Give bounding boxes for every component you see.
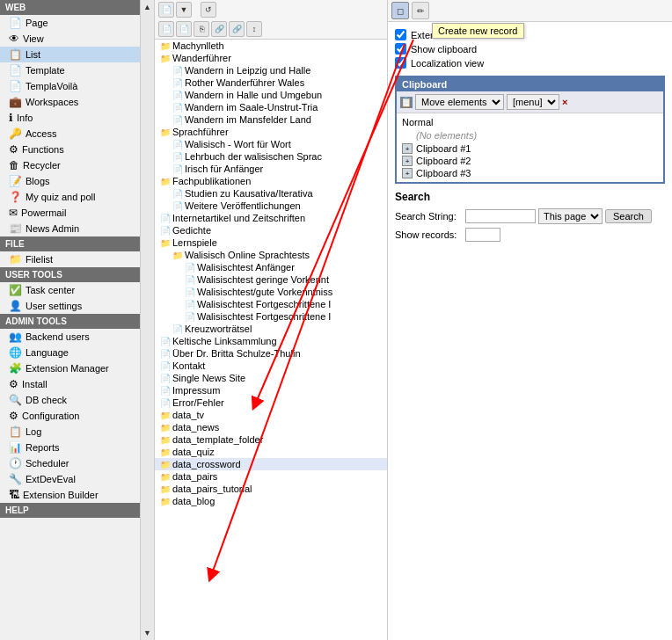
sidebar-item-task-center[interactable]: ✅Task center bbox=[0, 282, 140, 298]
clipboard-move-select[interactable]: Move elements bbox=[415, 94, 504, 110]
sidebar-item-user-settings[interactable]: 👤User settings bbox=[0, 298, 140, 314]
new-record-button[interactable]: ◻ bbox=[391, 2, 409, 19]
tree-item[interactable]: 📄Wandern im Saale-Unstrut-Tria bbox=[155, 101, 387, 113]
tree-item[interactable]: 📁data_blog bbox=[155, 495, 387, 507]
tree-item[interactable]: 📄Weitere Veröffentlichungen bbox=[155, 200, 387, 212]
tree-item[interactable]: 📁Walisisch Online Sprachtests bbox=[155, 249, 387, 261]
sidebar-item-workspaces[interactable]: 💼Workspaces bbox=[0, 94, 140, 110]
search-string-input[interactable] bbox=[465, 209, 536, 223]
tree-toolbar-doc[interactable]: 📄 bbox=[158, 21, 174, 37]
tree-item[interactable]: 📁Lernspiele bbox=[155, 236, 387, 249]
sidebar-item-scheduler[interactable]: 🕐Scheduler bbox=[0, 455, 140, 471]
sidebar-item-functions[interactable]: ⚙Functions bbox=[0, 142, 140, 157]
tree-item[interactable]: 📁data_pairs bbox=[155, 470, 387, 483]
scroll-up-arrow[interactable]: ▲ bbox=[141, 0, 155, 14]
clipboard-close-button[interactable]: × bbox=[562, 97, 567, 107]
clipboard-item-clipboard2[interactable]: +Clipboard #2 bbox=[402, 155, 658, 167]
clipboard-item-clipboard3[interactable]: +Clipboard #3 bbox=[402, 167, 658, 179]
sidebar-item-blogs[interactable]: 📝Blogs bbox=[0, 173, 140, 189]
tree-item[interactable]: 📄Walisischtest Anfänger bbox=[155, 261, 387, 273]
sidebar-item-configuration[interactable]: ⚙Configuration bbox=[0, 408, 140, 424]
tree-item[interactable]: 📁Sprachführer bbox=[155, 126, 387, 138]
tree-item[interactable]: 📄Keltische Linksammlung bbox=[155, 335, 387, 347]
scroll-down-arrow[interactable]: ▼ bbox=[141, 626, 155, 640]
tree-item[interactable]: 📄Impressum bbox=[155, 384, 387, 396]
tree-item[interactable]: 📄Irisch für Anfänger bbox=[155, 163, 387, 175]
tree-item[interactable]: 📄Studien zu Kausativa/Iterativa bbox=[155, 187, 387, 200]
sidebar-item-templavoila[interactable]: 📄TemplaVoilà bbox=[0, 78, 140, 94]
sidebar-item-log[interactable]: 📋Log bbox=[0, 424, 140, 440]
checkbox-show-clipboard[interactable] bbox=[395, 43, 406, 55]
sidebar-item-quiz[interactable]: ❓My quiz and poll bbox=[0, 189, 140, 205]
sidebar-item-recycler[interactable]: 🗑Recycler bbox=[0, 157, 140, 173]
tree-item[interactable]: 📁data_pairs_tutorial bbox=[155, 483, 387, 495]
sidebar-item-install[interactable]: ⚙Install bbox=[0, 376, 140, 392]
search-scope-select[interactable]: This page All pages bbox=[538, 208, 603, 224]
sidebar-item-powermail[interactable]: ✉Powermail bbox=[0, 205, 140, 221]
sidebar-item-extension-builder[interactable]: 🏗Extension Builder bbox=[0, 487, 140, 503]
search-button[interactable]: Search bbox=[605, 209, 652, 223]
tree-toolbar-filter[interactable]: ▼ bbox=[176, 2, 192, 18]
tree-item[interactable]: 📁Fachpublikationen bbox=[155, 175, 387, 187]
tree-toolbar-move[interactable]: ↕ bbox=[246, 21, 262, 37]
clipboard-item-clipboard1[interactable]: +Clipboard #1 bbox=[402, 142, 658, 155]
tree-item[interactable]: 📄Rother Wanderführer Wales bbox=[155, 76, 387, 89]
tree-item[interactable]: 📄Kontakt bbox=[155, 360, 387, 372]
tree-folder-icon: 📁 bbox=[172, 251, 183, 260]
tree-item[interactable]: 📄Single News Site bbox=[155, 372, 387, 384]
tree-item[interactable]: 📁data_crossword bbox=[155, 458, 387, 470]
clipboard-normal-item[interactable]: Normal bbox=[402, 116, 658, 128]
sidebar-item-info[interactable]: ℹInfo bbox=[0, 110, 140, 126]
tree-item[interactable]: 📁Wanderführer bbox=[155, 52, 387, 64]
tree-item[interactable]: 📄Lehrbuch der walisischen Sprac bbox=[155, 150, 387, 163]
sidebar-item-list[interactable]: 📋List bbox=[0, 47, 140, 62]
tree-toolbar-doc2[interactable]: 📄 bbox=[176, 21, 192, 37]
tree-item[interactable]: 📁data_news bbox=[155, 421, 387, 433]
sidebar-item-backend-users[interactable]: 👥Backend users bbox=[0, 329, 140, 345]
tree-item[interactable]: 📄Walisischtest Fortgeschrittene I bbox=[155, 310, 387, 323]
tree-toolbar-new-page[interactable]: 📄 bbox=[158, 2, 174, 18]
sidebar-item-news-admin[interactable]: 📰News Admin bbox=[0, 221, 140, 236]
tree-item[interactable]: 📄Walisischtest geringe Vorkennt bbox=[155, 273, 387, 286]
clipboard-expand-icon[interactable]: + bbox=[402, 156, 413, 166]
tree-item[interactable]: 📄Walisisch - Wort für Wort bbox=[155, 138, 387, 150]
tree-item[interactable]: 📄Über Dr. Britta Schulze-Thulin bbox=[155, 347, 387, 360]
sidebar-item-page[interactable]: 📄Page bbox=[0, 15, 140, 31]
tree-item[interactable]: 📄Kreuzworträtsel bbox=[155, 323, 387, 335]
sidebar-item-template[interactable]: 📄Template bbox=[0, 62, 140, 78]
sidebar-item-view[interactable]: 👁View bbox=[0, 31, 140, 47]
sidebar-item-language[interactable]: 🌐Language bbox=[0, 345, 140, 360]
tree-item[interactable]: 📄Internetartikel und Zeitschriften bbox=[155, 212, 387, 224]
show-records-input[interactable] bbox=[465, 228, 500, 242]
tree-item[interactable]: 📄Walisischtest Fortgeschrittene I bbox=[155, 298, 387, 310]
tree-toolbar-refresh[interactable]: ↺ bbox=[201, 2, 216, 18]
tree-item-label: Wandern im Mansfelder Land bbox=[185, 114, 311, 125]
tree-item[interactable]: 📄Gedichte bbox=[155, 224, 387, 236]
clipboard-menu-select[interactable]: [menu] bbox=[507, 94, 559, 110]
tree-item[interactable]: 📄Wandern in Leipzig und Halle bbox=[155, 64, 387, 76]
tree-toolbar-link2[interactable]: 🔗 bbox=[229, 21, 245, 37]
tree-item[interactable]: 📄Walisischtest/gute Vorkenntniss bbox=[155, 286, 387, 298]
sidebar-item-filelist[interactable]: 📁Filelist bbox=[0, 251, 140, 267]
checkbox-localization-view[interactable] bbox=[395, 57, 406, 69]
sidebar-section-file: FILE bbox=[0, 236, 140, 251]
clipboard-expand-icon[interactable]: + bbox=[402, 143, 413, 154]
clipboard-expand-icon[interactable]: + bbox=[402, 168, 413, 178]
tree-item[interactable]: 📁data_tv bbox=[155, 409, 387, 421]
sidebar-item-access[interactable]: 🔑Access bbox=[0, 126, 140, 142]
tree-toolbar-link[interactable]: 🔗 bbox=[211, 21, 227, 37]
sidebar-item-reports[interactable]: 📊Reports bbox=[0, 440, 140, 455]
tree-item[interactable]: 📄Error/Fehler bbox=[155, 396, 387, 409]
right-content: Extended viewShow clipboardLocalization … bbox=[388, 22, 672, 640]
tree-item[interactable]: 📁data_template_folder bbox=[155, 433, 387, 446]
sidebar-item-extension-manager[interactable]: 🧩Extension Manager bbox=[0, 360, 140, 376]
sidebar-item-db-check[interactable]: 🔍DB check bbox=[0, 392, 140, 408]
tree-item[interactable]: 📄Wandern im Mansfelder Land bbox=[155, 113, 387, 126]
tree-item[interactable]: 📁Machynlleth bbox=[155, 40, 387, 52]
tree-item[interactable]: 📄Wandern in Halle und Umgebun bbox=[155, 89, 387, 101]
checkbox-extended-view[interactable] bbox=[395, 29, 406, 40]
tree-item[interactable]: 📁data_quiz bbox=[155, 446, 387, 458]
sidebar-item-extdeveval[interactable]: 🔧ExtDevEval bbox=[0, 471, 140, 487]
edit-button[interactable]: ✏ bbox=[412, 2, 429, 19]
tree-toolbar-copy[interactable]: ⎘ bbox=[194, 21, 209, 37]
